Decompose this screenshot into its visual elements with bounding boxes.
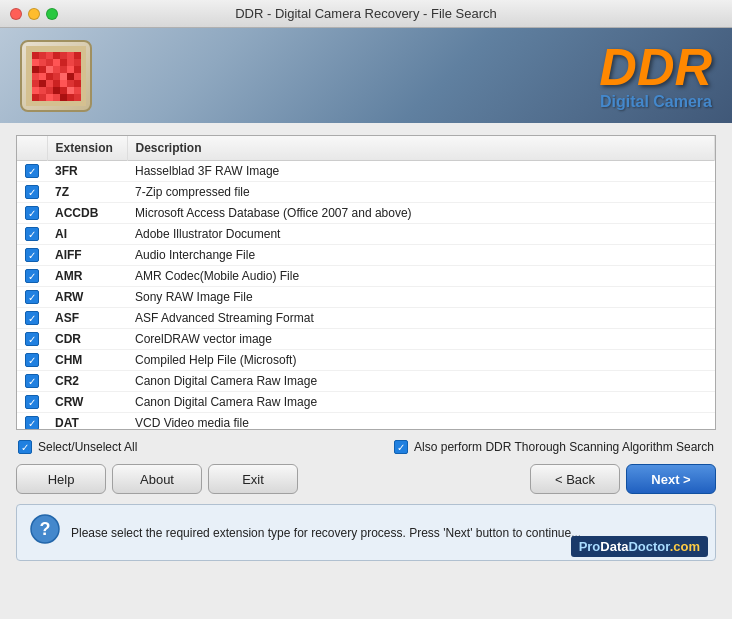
table-row[interactable]: ✓CR2Canon Digital Camera Raw Image xyxy=(17,371,715,392)
thorough-scan-label: Also perform DDR Thorough Scanning Algor… xyxy=(414,440,714,454)
table-row[interactable]: ✓CRWCanon Digital Camera Raw Image xyxy=(17,392,715,413)
svg-rect-19 xyxy=(60,66,67,73)
svg-rect-26 xyxy=(60,73,67,80)
svg-rect-37 xyxy=(39,87,46,94)
row-checkbox[interactable]: ✓ xyxy=(25,416,39,430)
watermark-doctor: Doctor xyxy=(628,539,669,554)
row-checkbox-cell[interactable]: ✓ xyxy=(17,350,47,371)
about-button[interactable]: About xyxy=(112,464,202,494)
row-checkbox-cell[interactable]: ✓ xyxy=(17,161,47,182)
row-checkbox-cell[interactable]: ✓ xyxy=(17,329,47,350)
col-extension: Extension xyxy=(47,136,127,161)
svg-rect-2 xyxy=(39,52,46,59)
row-checkbox[interactable]: ✓ xyxy=(25,248,39,262)
row-checkbox-cell[interactable]: ✓ xyxy=(17,308,47,329)
row-checkbox-cell[interactable]: ✓ xyxy=(17,203,47,224)
svg-rect-21 xyxy=(74,66,81,73)
file-table-container[interactable]: Extension Description ✓3FRHasselblad 3F … xyxy=(16,135,716,430)
table-row[interactable]: ✓7Z7-Zip compressed file xyxy=(17,182,715,203)
table-row[interactable]: ✓AMRAMR Codec(Mobile Audio) File xyxy=(17,266,715,287)
svg-rect-33 xyxy=(60,80,67,87)
row-checkbox[interactable]: ✓ xyxy=(25,185,39,199)
thorough-scan-checkbox[interactable]: ✓ xyxy=(394,440,408,454)
maximize-button[interactable] xyxy=(46,8,58,20)
row-checkbox[interactable]: ✓ xyxy=(25,311,39,325)
row-extension: ASF xyxy=(47,308,127,329)
table-row[interactable]: ✓ACCDBMicrosoft Access Database (Office … xyxy=(17,203,715,224)
table-row[interactable]: ✓CHMCompiled Help File (Microsoft) xyxy=(17,350,715,371)
row-checkbox[interactable]: ✓ xyxy=(25,164,39,178)
svg-rect-41 xyxy=(67,87,74,94)
svg-rect-32 xyxy=(53,80,60,87)
table-row[interactable]: ✓ASFASF Advanced Streaming Format xyxy=(17,308,715,329)
row-checkbox[interactable]: ✓ xyxy=(25,395,39,409)
row-checkbox-cell[interactable]: ✓ xyxy=(17,266,47,287)
table-row[interactable]: ✓ARWSony RAW Image File xyxy=(17,287,715,308)
row-checkbox[interactable]: ✓ xyxy=(25,206,39,220)
bottom-controls: ✓ Select/Unselect All ✓ Also perform DDR… xyxy=(16,440,716,454)
row-description: Compiled Help File (Microsoft) xyxy=(127,350,715,371)
row-extension: 3FR xyxy=(47,161,127,182)
next-button[interactable]: Next > xyxy=(626,464,716,494)
table-row[interactable]: ✓3FRHasselblad 3F RAW Image xyxy=(17,161,715,182)
row-description: Canon Digital Camera Raw Image xyxy=(127,392,715,413)
svg-rect-22 xyxy=(32,73,39,80)
row-extension: CRW xyxy=(47,392,127,413)
svg-rect-9 xyxy=(39,59,46,66)
svg-rect-40 xyxy=(60,87,67,94)
logo-icon xyxy=(26,46,86,106)
svg-rect-14 xyxy=(74,59,81,66)
row-checkbox-cell[interactable]: ✓ xyxy=(17,413,47,431)
back-button[interactable]: < Back xyxy=(530,464,620,494)
row-description: Hasselblad 3F RAW Image xyxy=(127,161,715,182)
main-content: Extension Description ✓3FRHasselblad 3F … xyxy=(0,123,732,573)
table-row[interactable]: ✓AIFFAudio Interchange File xyxy=(17,245,715,266)
row-description: AMR Codec(Mobile Audio) File xyxy=(127,266,715,287)
row-checkbox[interactable]: ✓ xyxy=(25,227,39,241)
row-checkbox[interactable]: ✓ xyxy=(25,374,39,388)
row-checkbox[interactable]: ✓ xyxy=(25,353,39,367)
row-extension: CR2 xyxy=(47,371,127,392)
row-extension: 7Z xyxy=(47,182,127,203)
row-checkbox-cell[interactable]: ✓ xyxy=(17,392,47,413)
row-checkbox[interactable]: ✓ xyxy=(25,269,39,283)
close-button[interactable] xyxy=(10,8,22,20)
svg-rect-38 xyxy=(46,87,53,94)
minimize-button[interactable] xyxy=(28,8,40,20)
svg-rect-7 xyxy=(74,52,81,59)
ddr-subtitle: Digital Camera xyxy=(599,93,712,111)
traffic-lights xyxy=(10,8,58,20)
row-checkbox-cell[interactable]: ✓ xyxy=(17,371,47,392)
row-extension: ACCDB xyxy=(47,203,127,224)
exit-button[interactable]: Exit xyxy=(208,464,298,494)
svg-rect-42 xyxy=(74,87,81,94)
row-extension: CHM xyxy=(47,350,127,371)
watermark-data: Data xyxy=(600,539,628,554)
select-all-checkbox[interactable]: ✓ xyxy=(18,440,32,454)
row-extension: AIFF xyxy=(47,245,127,266)
row-checkbox-cell[interactable]: ✓ xyxy=(17,245,47,266)
select-all-area[interactable]: ✓ Select/Unselect All xyxy=(18,440,137,454)
svg-rect-31 xyxy=(46,80,53,87)
svg-text:?: ? xyxy=(40,519,51,539)
table-row[interactable]: ✓AIAdobe Illustrator Document xyxy=(17,224,715,245)
svg-rect-44 xyxy=(39,94,46,101)
ddr-branding: DDR Digital Camera xyxy=(599,41,712,111)
row-checkbox-cell[interactable]: ✓ xyxy=(17,224,47,245)
help-button[interactable]: Help xyxy=(16,464,106,494)
row-checkbox-cell[interactable]: ✓ xyxy=(17,182,47,203)
row-extension: AI xyxy=(47,224,127,245)
watermark-com: .com xyxy=(670,539,700,554)
svg-rect-30 xyxy=(39,80,46,87)
row-checkbox-cell[interactable]: ✓ xyxy=(17,287,47,308)
row-extension: ARW xyxy=(47,287,127,308)
row-description: 7-Zip compressed file xyxy=(127,182,715,203)
svg-rect-47 xyxy=(60,94,67,101)
svg-rect-6 xyxy=(67,52,74,59)
row-checkbox[interactable]: ✓ xyxy=(25,332,39,346)
row-checkbox[interactable]: ✓ xyxy=(25,290,39,304)
table-row[interactable]: ✓DATVCD Video media file xyxy=(17,413,715,431)
thorough-scan-area[interactable]: ✓ Also perform DDR Thorough Scanning Alg… xyxy=(394,440,714,454)
table-row[interactable]: ✓CDRCorelDRAW vector image xyxy=(17,329,715,350)
svg-rect-46 xyxy=(53,94,60,101)
